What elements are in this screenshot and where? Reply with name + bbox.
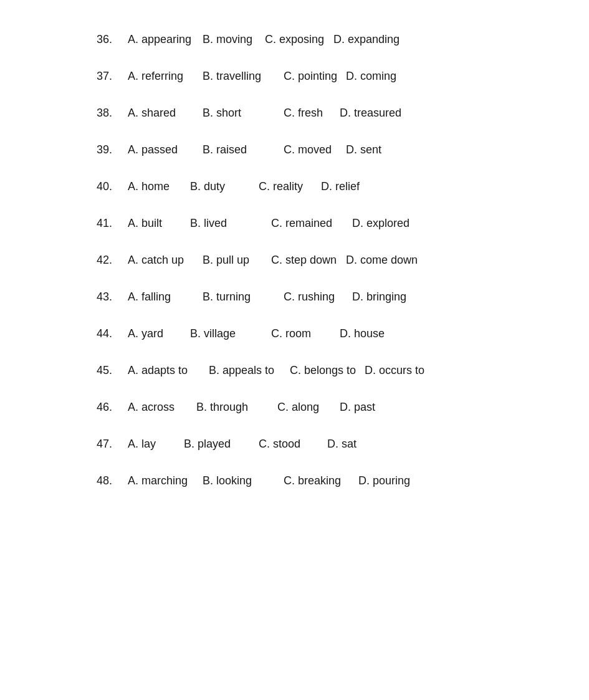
question-row: 42.A. catch upB. pull upC. step downD. c… (97, 252, 589, 269)
question-row: 43.A. fallingB. turningC. rushingD. brin… (97, 289, 589, 305)
option: B. duty (190, 178, 259, 195)
option: C. exposing (265, 31, 333, 48)
question-row: 45.A. adapts toB. appeals toC. belongs t… (97, 362, 589, 379)
option: D. sent (346, 141, 408, 158)
question-number: 41. (97, 215, 128, 232)
question-number: 40. (97, 178, 128, 195)
option: D. sat (327, 436, 390, 453)
option: A. adapts to (128, 362, 209, 379)
options: A. marchingB. lookingC. breakingD. pouri… (128, 472, 427, 489)
options: A. layB. playedC. stoodD. sat (128, 436, 390, 453)
option: A. home (128, 178, 190, 195)
option: C. breaking (284, 472, 358, 489)
option: B. raised (203, 141, 284, 158)
option: B. looking (203, 472, 284, 489)
options: A. builtB. livedC. remainedD. explored (128, 215, 421, 232)
option: D. treasured (340, 105, 408, 122)
question-number: 48. (97, 472, 128, 489)
option: C. step down (271, 252, 346, 269)
option: A. shared (128, 105, 203, 122)
option: A. across (128, 399, 196, 416)
options: A. catch upB. pull upC. step downD. come… (128, 252, 421, 269)
question-row: 46.A. acrossB. throughC. alongD. past (97, 399, 589, 416)
question-row: 41.A. builtB. livedC. remainedD. explore… (97, 215, 589, 232)
options: A. appearingB. movingC. exposingD. expan… (128, 31, 402, 48)
option: C. reality (259, 178, 321, 195)
option: A. marching (128, 472, 203, 489)
options: A. fallingB. turningC. rushingD. bringin… (128, 289, 421, 305)
question-number: 47. (97, 436, 128, 453)
option: C. rushing (284, 289, 352, 305)
option: C. room (271, 325, 340, 342)
option: A. appearing (128, 31, 203, 48)
question-number: 44. (97, 325, 128, 342)
option: D. past (340, 399, 402, 416)
option: A. built (128, 215, 190, 232)
option: B. through (196, 399, 277, 416)
option: B. moving (203, 31, 265, 48)
option: A. falling (128, 289, 203, 305)
option: D. coming (346, 68, 414, 85)
option: C. remained (271, 215, 352, 232)
option: B. lived (190, 215, 271, 232)
option: C. moved (284, 141, 346, 158)
question-row: 40.A. homeB. dutyC. realityD. relief (97, 178, 589, 195)
question-number: 39. (97, 141, 128, 158)
question-row: 47.A. layB. playedC. stoodD. sat (97, 436, 589, 453)
question-number: 43. (97, 289, 128, 305)
options: A. sharedB. shortC. freshD. treasured (128, 105, 408, 122)
option: D. house (340, 325, 408, 342)
option: C. pointing (284, 68, 346, 85)
option: C. along (277, 399, 340, 416)
option: A. passed (128, 141, 203, 158)
question-row: 39.A. passedB. raisedC. movedD. sent (97, 141, 589, 158)
option: A. yard (128, 325, 190, 342)
option: D. occurs to (365, 362, 433, 379)
option: B. village (190, 325, 271, 342)
option: B. turning (203, 289, 284, 305)
option: C. fresh (284, 105, 340, 122)
option: C. belongs to (290, 362, 365, 379)
question-row: 44.A. yardB. villageC. roomD. house (97, 325, 589, 342)
options: A. acrossB. throughC. alongD. past (128, 399, 402, 416)
option: D. come down (346, 252, 421, 269)
option: B. short (203, 105, 284, 122)
question-row: 38.A. sharedB. shortC. freshD. treasured (97, 105, 589, 122)
option: B. appeals to (209, 362, 290, 379)
option: B. travelling (203, 68, 284, 85)
option: D. explored (352, 215, 421, 232)
options: A. homeB. dutyC. realityD. relief (128, 178, 383, 195)
option: B. pull up (203, 252, 271, 269)
option: D. bringing (352, 289, 421, 305)
question-row: 36.A. appearingB. movingC. exposingD. ex… (97, 31, 589, 48)
option: D. pouring (358, 472, 427, 489)
options: A. referringB. travellingC. pointingD. c… (128, 68, 414, 85)
options: A. adapts toB. appeals toC. belongs toD.… (128, 362, 433, 379)
question-row: 48.A. marchingB. lookingC. breakingD. po… (97, 472, 589, 489)
options: A. yardB. villageC. roomD. house (128, 325, 408, 342)
question-list: 36.A. appearingB. movingC. exposingD. ex… (0, 0, 589, 540)
question-number: 38. (97, 105, 128, 122)
option: B. played (184, 436, 259, 453)
option: A. catch up (128, 252, 203, 269)
question-number: 42. (97, 252, 128, 269)
option: A. lay (128, 436, 184, 453)
question-number: 46. (97, 399, 128, 416)
question-number: 36. (97, 31, 128, 48)
option: A. referring (128, 68, 203, 85)
option: D. expanding (333, 31, 402, 48)
question-number: 37. (97, 68, 128, 85)
option: C. stood (259, 436, 327, 453)
question-row: 37.A. referringB. travellingC. pointingD… (97, 68, 589, 85)
question-number: 45. (97, 362, 128, 379)
options: A. passedB. raisedC. movedD. sent (128, 141, 408, 158)
option: D. relief (321, 178, 383, 195)
